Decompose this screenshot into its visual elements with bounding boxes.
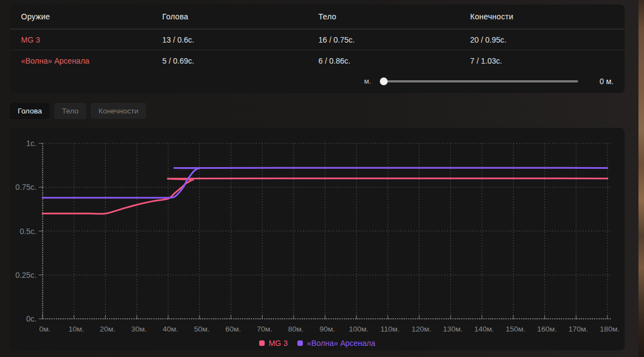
legend-swatch-icon — [297, 340, 303, 346]
head-stat: 13 / 0.6с. — [162, 35, 318, 44]
x-tick-label: 170м. — [569, 325, 589, 333]
slider-track[interactable] — [380, 80, 578, 82]
body-stat: 16 / 0.75с. — [318, 35, 470, 44]
table-row: MG 3 13 / 0.6с. 16 / 0.75с. 20 / 0.95с. — [10, 29, 625, 50]
x-tick-label: 90м. — [320, 325, 335, 333]
x-tick-label: 60м. — [225, 325, 241, 333]
page: Оружие Голова Тело Конечности MG 3 13 / … — [0, 0, 644, 357]
legend-item[interactable]: MG 3 — [259, 339, 287, 348]
x-tick-label: 10м. — [69, 325, 84, 333]
x-tick-label: 110м. — [380, 325, 400, 333]
table-header-row: Оружие Голова Тело Конечности — [10, 4, 625, 29]
slider-label: м. — [364, 77, 371, 85]
x-tick-label: 100м. — [349, 325, 369, 333]
y-tick-label: 0.75с. — [16, 183, 37, 192]
tab-limbs[interactable]: Конечности — [91, 103, 146, 119]
legend-label: «Волна» Арсенала — [307, 339, 375, 348]
x-tick-label: 30м. — [131, 325, 147, 333]
limbs-stat: 20 / 0.95с. — [470, 35, 614, 44]
x-tick-label: 0м. — [39, 325, 51, 333]
slider-thumb[interactable] — [380, 77, 388, 85]
y-tick-label: 0с. — [26, 314, 37, 323]
x-tick-label: 50м. — [194, 325, 209, 333]
tab-body[interactable]: Тело — [54, 103, 86, 119]
distance-slider[interactable] — [380, 77, 578, 85]
x-tick-label: 160м. — [537, 325, 557, 333]
legend-swatch-icon — [259, 340, 265, 346]
y-tick-label: 1с. — [26, 139, 37, 148]
background-photo-strip — [638, 0, 644, 357]
weapon-comparison-card: Оружие Голова Тело Конечности MG 3 13 / … — [10, 4, 625, 93]
y-tick-label: 0.5с. — [20, 227, 37, 236]
column-header-limbs: Конечности — [470, 12, 614, 21]
slider-value: 0 м. — [595, 77, 614, 86]
body-stat: 6 / 0.86с. — [318, 56, 470, 65]
head-stat: 5 / 0.69с. — [162, 56, 318, 65]
x-tick-label: 40м. — [163, 325, 178, 333]
x-tick-label: 80м. — [288, 325, 303, 333]
legend-item[interactable]: «Волна» Арсенала — [297, 339, 375, 348]
x-tick-label: 130м. — [443, 325, 463, 333]
content: Оружие Голова Тело Конечности MG 3 13 / … — [10, 4, 625, 350]
tab-head[interactable]: Голова — [10, 103, 50, 119]
legend-label: MG 3 — [269, 339, 287, 348]
column-header-weapon: Оружие — [21, 12, 162, 21]
y-tick-label: 0.25с. — [16, 271, 37, 280]
ttk-chart-card: 0с.0.25с.0.5с.0.75с.1с.0м.10м.20м.30м.40… — [10, 128, 625, 350]
column-header-head: Голова — [162, 12, 318, 21]
bodypart-tabs: Голова Тело Конечности — [10, 103, 625, 119]
limbs-stat: 7 / 1.03с. — [470, 56, 614, 65]
weapon-link-mg3[interactable]: MG 3 — [21, 35, 162, 44]
x-tick-label: 120м. — [411, 325, 431, 333]
weapon-link-volna[interactable]: «Волна» Арсенала — [21, 56, 162, 65]
x-tick-label: 180м. — [600, 325, 620, 333]
distance-slider-row: м. 0 м. — [10, 71, 625, 93]
x-tick-label: 70м. — [257, 325, 272, 333]
x-tick-label: 20м. — [100, 325, 115, 333]
chart-canvas[interactable]: 0с.0.25с.0.5с.0.75с.1с.0м.10м.20м.30м.40… — [10, 128, 625, 336]
x-tick-label: 150м. — [506, 325, 525, 333]
table-row: «Волна» Арсенала 5 / 0.69с. 6 / 0.86с. 7… — [10, 50, 625, 71]
x-tick-label: 140м. — [475, 325, 494, 333]
column-header-body: Тело — [318, 12, 470, 21]
chart-legend: MG 3«Волна» Арсенала — [10, 336, 625, 350]
